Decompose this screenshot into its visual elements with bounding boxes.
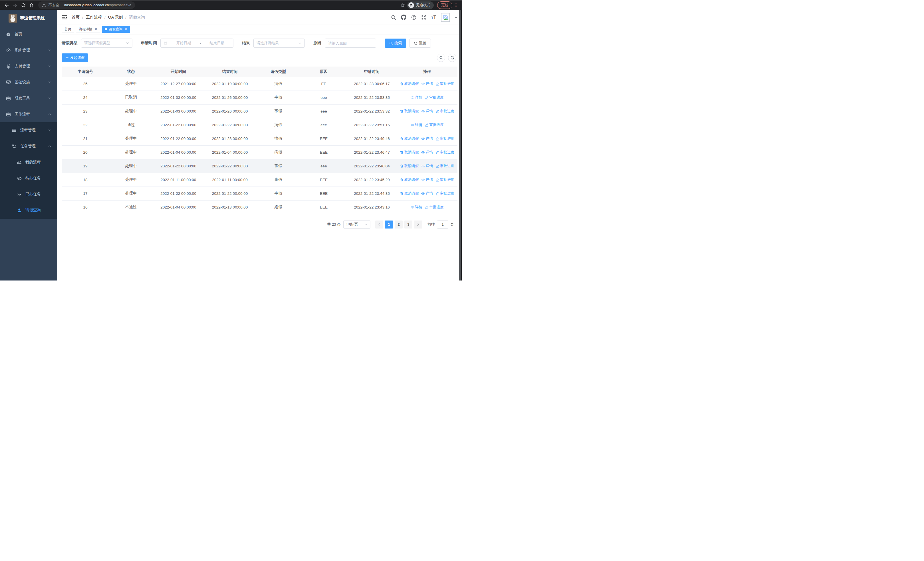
cell-apply: 2022-01-22 23:44:35: [347, 186, 397, 200]
detail-action-link[interactable]: 详情: [421, 150, 433, 155]
cell-actions: 取消请假详情审批进度: [397, 186, 458, 200]
progress-action-link[interactable]: 审批进度: [435, 191, 454, 196]
eye-small-icon: [421, 82, 425, 86]
detail-action-link[interactable]: 详情: [411, 205, 422, 210]
forward-icon[interactable]: [11, 2, 19, 9]
cancel-action-link[interactable]: 取消请假: [400, 177, 418, 182]
cancel-action-link[interactable]: 取消请假: [400, 150, 418, 155]
cell-actions: 详情审批进度: [397, 118, 458, 132]
reload-icon[interactable]: [20, 2, 27, 9]
sidebar-item-system-management[interactable]: 系统管理: [0, 42, 57, 58]
toggle-search-button[interactable]: [437, 54, 445, 62]
cancel-action-link[interactable]: 取消请假: [400, 191, 418, 196]
progress-action-link[interactable]: 审批进度: [425, 95, 444, 100]
bookmark-star-icon[interactable]: [399, 2, 406, 9]
close-icon[interactable]: ✕: [94, 27, 97, 31]
sidebar-item-todo-tasks[interactable]: 待办任务: [0, 170, 57, 186]
eye-small-icon: [411, 96, 414, 99]
github-icon[interactable]: [401, 15, 406, 20]
browser-update-button[interactable]: 更新: [437, 2, 452, 9]
chevron-down-icon: [48, 129, 51, 132]
font-size-icon[interactable]: TT: [431, 15, 436, 20]
divider: [62, 3, 62, 7]
detail-action-link[interactable]: 详情: [421, 109, 433, 114]
create-leave-button[interactable]: 发起请假: [62, 53, 88, 62]
browser-menu-icon[interactable]: [453, 2, 459, 8]
sidebar: 芋道管理系统 首页系统管理支付管理基础设施研发工具工作流程流程管理任务管理我的流…: [0, 10, 57, 281]
sidebar-item-workflow[interactable]: 工作流程: [0, 106, 57, 122]
progress-action-link[interactable]: 审批进度: [435, 150, 454, 155]
breadcrumb-item[interactable]: 首页: [72, 15, 80, 20]
pen-icon: [425, 123, 429, 127]
eye-icon: [16, 176, 22, 181]
reset-button[interactable]: 重置: [409, 39, 431, 48]
tab-leave-query[interactable]: 请假查询✕: [102, 26, 130, 33]
back-icon[interactable]: [3, 2, 10, 9]
search-button[interactable]: 搜索: [385, 39, 406, 48]
avatar-caret-icon[interactable]: [454, 16, 458, 19]
sidebar-item-process-management[interactable]: 流程管理: [0, 122, 57, 138]
page-button-2[interactable]: 2: [394, 221, 403, 229]
progress-action-link[interactable]: 审批进度: [435, 164, 454, 168]
progress-action-link[interactable]: 审批进度: [435, 109, 454, 114]
cancel-action-link[interactable]: 取消请假: [400, 164, 418, 168]
sidebar-item-label: 流程管理: [20, 128, 48, 133]
search-icon[interactable]: [391, 15, 396, 20]
cell-status: 处理中: [109, 173, 153, 186]
refresh-table-button[interactable]: [448, 54, 456, 62]
pen-icon: [435, 82, 439, 86]
sidebar-item-dev-tools[interactable]: 研发工具: [0, 90, 57, 106]
page-scrollbar[interactable]: [459, 10, 462, 281]
cell-end: 2022-01-22 00:00:00: [204, 159, 256, 173]
address-bar[interactable]: 不安全 dashboard.yudao.iocoder.cn/bpm/oa/le…: [38, 2, 135, 9]
next-page-button[interactable]: [414, 221, 422, 229]
fullscreen-icon[interactable]: [421, 15, 426, 20]
sidebar-item-payment-management[interactable]: 支付管理: [0, 58, 57, 74]
user-avatar[interactable]: [441, 13, 450, 22]
progress-action-link[interactable]: 审批进度: [435, 177, 454, 182]
pen-icon: [435, 192, 439, 196]
reason-input[interactable]: [326, 39, 375, 47]
detail-action-link[interactable]: 详情: [421, 164, 433, 168]
home-icon[interactable]: [28, 2, 35, 9]
page-size-select[interactable]: 10条/页: [343, 221, 370, 229]
page-button-1[interactable]: 1: [385, 221, 393, 229]
sidebar-item-done-tasks[interactable]: 已办任务: [0, 186, 57, 202]
sidebar-item-task-management[interactable]: 任务管理: [0, 138, 57, 154]
result-select[interactable]: 请选择流结果: [254, 39, 305, 48]
detail-action-link[interactable]: 详情: [411, 123, 422, 127]
page-button-3[interactable]: 3: [404, 221, 412, 229]
sidebar-item-home[interactable]: 首页: [0, 26, 57, 42]
detail-action-link[interactable]: 详情: [411, 95, 422, 100]
table-row-16: 16不通过2022-01-04 00:00:002022-01-13 00:00…: [62, 200, 458, 214]
sidebar-item-infrastructure[interactable]: 基础设施: [0, 74, 57, 90]
cancel-action-link[interactable]: 取消请假: [400, 136, 418, 141]
cell-end: 2022-01-11 00:00:00: [204, 173, 256, 186]
prev-page-button[interactable]: [375, 221, 383, 229]
cancel-action-link[interactable]: 取消请假: [400, 109, 418, 114]
tab-process-detail[interactable]: 流程详情✕: [76, 26, 100, 33]
screen: 不安全 dashboard.yudao.iocoder.cn/bpm/oa/le…: [0, 0, 462, 281]
breadcrumb-item[interactable]: OA 示例: [108, 15, 123, 20]
progress-action-link[interactable]: 审批进度: [435, 136, 454, 141]
sidebar-item-leave-query[interactable]: 请假查询: [0, 202, 57, 218]
tab-home[interactable]: 首页: [62, 26, 74, 33]
help-icon[interactable]: [411, 15, 416, 20]
progress-action-link[interactable]: 审批进度: [435, 81, 454, 86]
detail-action-link[interactable]: 详情: [421, 81, 433, 86]
sidebar-collapse-icon[interactable]: [62, 15, 67, 20]
close-icon[interactable]: ✕: [124, 27, 127, 31]
progress-action-link[interactable]: 审批进度: [425, 205, 444, 210]
detail-action-link[interactable]: 详情: [421, 136, 433, 141]
cell-reason: eee: [300, 159, 347, 173]
column-header: 申请时间: [347, 66, 397, 77]
breadcrumb-item[interactable]: 工作流程: [86, 15, 102, 20]
detail-action-link[interactable]: 详情: [421, 177, 433, 182]
sidebar-item-my-process[interactable]: 我的流程: [0, 154, 57, 170]
cancel-action-link[interactable]: 取消请假: [400, 81, 418, 86]
apply-time-range-picker[interactable]: 开始日期 - 结束日期: [160, 39, 233, 48]
detail-action-link[interactable]: 详情: [421, 191, 433, 196]
progress-action-link[interactable]: 审批进度: [425, 123, 444, 127]
leave-type-select[interactable]: 请选择请假类型: [81, 39, 132, 48]
goto-page-input[interactable]: [437, 221, 448, 229]
